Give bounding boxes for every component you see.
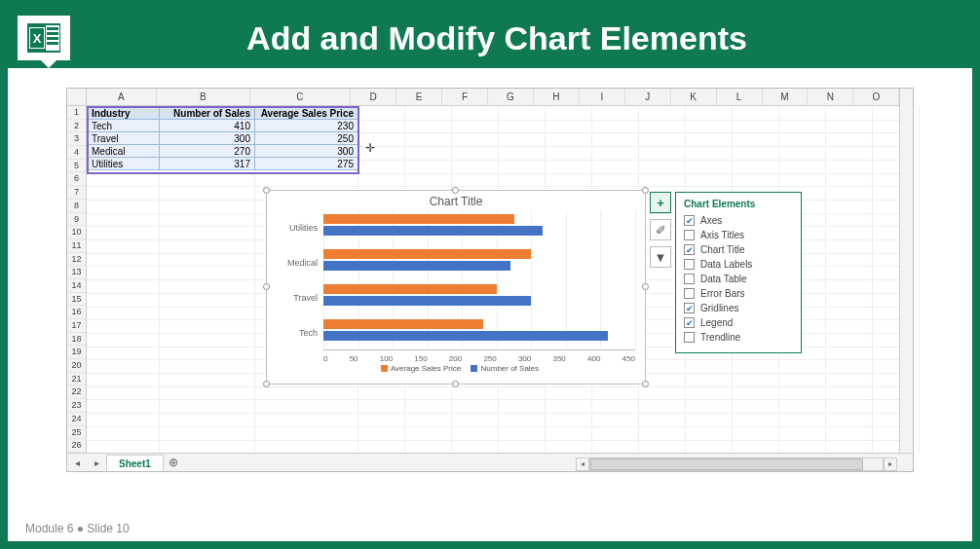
chart-element-label: Data Labels	[700, 259, 752, 270]
col-header-h[interactable]: H	[534, 89, 580, 105]
chart-element-label: Error Bars	[700, 288, 745, 299]
chart-title[interactable]: Chart Title	[267, 191, 645, 210]
cells-area[interactable]: Industry Number of Sales Average Sales P…	[87, 106, 913, 455]
row-header[interactable]: 12	[67, 253, 86, 267]
resize-handle[interactable]	[642, 283, 649, 290]
checkbox[interactable]: ✔	[684, 303, 695, 313]
row-header[interactable]: 15	[67, 293, 86, 307]
bar-avg-price[interactable]	[323, 214, 514, 224]
col-header-g[interactable]: G	[488, 89, 534, 105]
row-header[interactable]: 17	[67, 319, 86, 333]
resize-handle[interactable]	[263, 187, 270, 194]
row-header[interactable]: 18	[67, 333, 86, 347]
chart-element-option[interactable]: ✔Axes	[684, 213, 793, 228]
row-header[interactable]: 13	[67, 266, 86, 279]
horizontal-scrollbar[interactable]: ◂ ▸	[576, 457, 897, 471]
row-header[interactable]: 26	[67, 439, 86, 453]
row-header[interactable]: 5	[67, 160, 86, 173]
row-header[interactable]: 8	[67, 200, 86, 213]
checkbox[interactable]: ✔	[684, 244, 695, 255]
bar-avg-price[interactable]	[323, 249, 531, 259]
col-header-n[interactable]: N	[808, 89, 853, 105]
th-industry[interactable]: Industry	[88, 107, 160, 120]
col-header-e[interactable]: E	[396, 89, 442, 105]
checkbox[interactable]	[684, 288, 695, 299]
row-header[interactable]: 10	[67, 226, 86, 239]
col-header-d[interactable]: D	[351, 89, 396, 105]
bar-avg-price[interactable]	[323, 284, 497, 294]
chart-element-option[interactable]: ✔Chart Title	[684, 242, 793, 257]
chart-styles-button[interactable]: ✐	[650, 219, 671, 240]
bar-num-sales[interactable]	[323, 331, 608, 341]
select-all-corner[interactable]	[67, 89, 87, 105]
row-header[interactable]: 11	[67, 239, 86, 253]
col-header-f[interactable]: F	[442, 89, 488, 105]
resize-handle[interactable]	[263, 283, 270, 290]
chart-element-option[interactable]: Axis Titles	[684, 228, 793, 242]
chart-element-label: Axis Titles	[700, 230, 744, 240]
resize-handle[interactable]	[452, 187, 459, 194]
vertical-scrollbar[interactable]	[899, 89, 913, 453]
excel-icon: X	[27, 23, 60, 53]
checkbox[interactable]	[684, 230, 695, 240]
checkbox[interactable]	[684, 332, 695, 343]
th-price[interactable]: Average Sales Price	[255, 107, 358, 120]
resize-handle[interactable]	[263, 381, 270, 387]
row-header[interactable]: 6	[67, 172, 86, 186]
col-header-o[interactable]: O	[853, 89, 899, 105]
row-header[interactable]: 7	[67, 186, 86, 200]
row-header[interactable]: 19	[67, 346, 86, 359]
resize-handle[interactable]	[642, 187, 649, 194]
checkbox[interactable]: ✔	[684, 215, 695, 226]
checkbox[interactable]: ✔	[684, 317, 695, 328]
slide-footer: Module 6 ● Slide 10	[25, 522, 130, 535]
chart-element-option[interactable]: ✔Gridlines	[684, 301, 793, 315]
col-header-a[interactable]: A	[87, 89, 157, 105]
scroll-thumb[interactable]	[590, 458, 863, 470]
col-header-l[interactable]: L	[717, 89, 763, 105]
row-header[interactable]: 3	[67, 132, 86, 146]
chart-object[interactable]: Chart Title Utilities Medical Travel Tec…	[266, 190, 646, 384]
row-header[interactable]: 22	[67, 385, 86, 399]
col-header-m[interactable]: M	[763, 89, 809, 105]
scroll-right-button[interactable]: ▸	[884, 458, 897, 471]
resize-handle[interactable]	[642, 381, 649, 387]
row-header[interactable]: 14	[67, 279, 86, 293]
bar-num-sales[interactable]	[323, 226, 543, 236]
chart-element-option[interactable]: Error Bars	[684, 286, 793, 301]
th-sales[interactable]: Number of Sales	[160, 107, 255, 120]
resize-handle[interactable]	[452, 381, 459, 387]
col-header-c[interactable]: C	[250, 89, 352, 105]
scroll-left-button[interactable]: ◂	[576, 458, 589, 471]
checkbox[interactable]	[684, 259, 695, 270]
add-sheet-button[interactable]: ⊕	[164, 456, 183, 469]
col-header-i[interactable]: I	[580, 89, 625, 105]
row-header[interactable]: 9	[67, 213, 86, 227]
chart-filters-button[interactable]: ▼	[650, 246, 671, 268]
bar-avg-price[interactable]	[323, 319, 483, 329]
row-header[interactable]: 25	[67, 426, 86, 440]
tab-nav-next[interactable]: ▸	[87, 458, 106, 468]
row-header[interactable]: 23	[67, 399, 86, 413]
chart-element-option[interactable]: Data Labels	[684, 257, 793, 272]
row-header[interactable]: 21	[67, 373, 86, 386]
chart-element-option[interactable]: ✔Legend	[684, 315, 793, 330]
row-header[interactable]: 20	[67, 359, 86, 373]
chart-element-option[interactable]: Data Table	[684, 272, 793, 286]
tab-nav-prev[interactable]: ◂	[67, 458, 87, 468]
row-header[interactable]: 4	[67, 146, 86, 160]
row-header[interactable]: 16	[67, 306, 86, 319]
sheet-tab[interactable]: Sheet1	[106, 455, 164, 471]
col-header-k[interactable]: K	[671, 89, 717, 105]
chart-elements-button[interactable]: +	[650, 192, 671, 213]
chart-element-option[interactable]: Trendline	[684, 330, 793, 345]
col-header-j[interactable]: J	[625, 89, 671, 105]
checkbox[interactable]	[684, 274, 695, 284]
row-header[interactable]: 2	[67, 120, 86, 133]
col-header-b[interactable]: B	[157, 89, 250, 105]
bar-num-sales[interactable]	[323, 296, 531, 306]
row-header[interactable]: 24	[67, 413, 86, 426]
bar-num-sales[interactable]	[323, 261, 510, 271]
scroll-track[interactable]	[589, 458, 884, 471]
row-header[interactable]: 1	[67, 106, 86, 120]
